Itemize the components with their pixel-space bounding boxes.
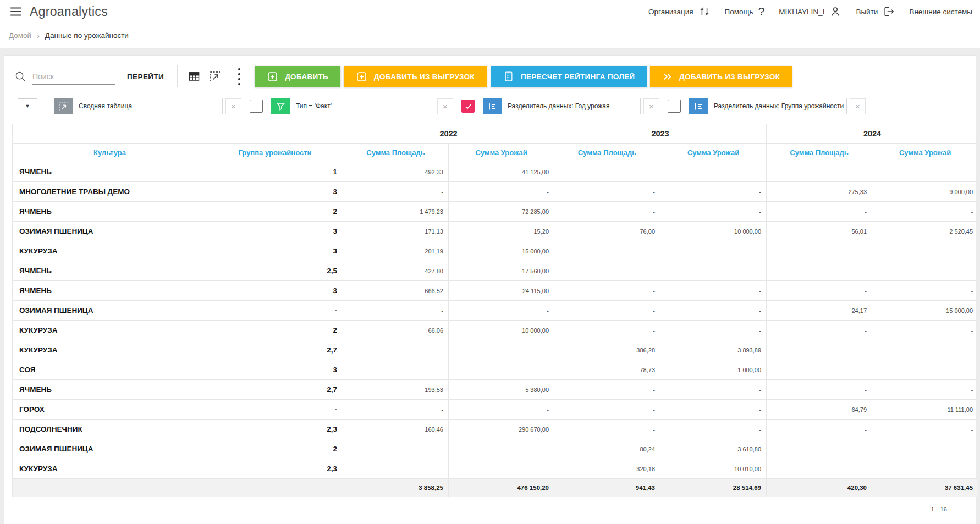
culture-cell: КУКУРУЗА — [13, 241, 207, 261]
plus-square-icon — [267, 71, 278, 82]
value-cell: - — [872, 420, 978, 439]
more-options-kebab-icon[interactable] — [238, 68, 240, 85]
table-row[interactable]: КУКУРУЗА3201,1915 000,00---- — [13, 241, 978, 261]
go-button[interactable]: ПЕРЕЙТИ — [127, 73, 164, 81]
value-cell: - — [660, 301, 767, 321]
column-header-harvest-2023[interactable]: Сумма Урожай — [660, 144, 767, 162]
value-cell: - — [767, 281, 872, 301]
chip-separator-year-value[interactable]: Разделитель данных: Год урожая — [502, 98, 641, 114]
value-cell: - — [554, 182, 660, 202]
value-cell: 24,17 — [767, 301, 872, 321]
table-row[interactable]: ЯЧМЕНЬ2,5427,8017 560,00---- — [13, 261, 978, 281]
value-cell: - — [872, 281, 978, 301]
table-row[interactable]: КУКУРУЗА266,0610 000,00---- — [13, 321, 978, 340]
recalc-field-rating-button[interactable]: ПЕРЕСЧЕТ РЕЙТИНГА ПОЛЕЙ — [491, 66, 647, 87]
table-row[interactable]: ОЗИМАЯ ПШЕНИЦА3171,1315,2076,0010 000,00… — [13, 222, 978, 241]
breadcrumb-current: Данные по урожайности — [45, 31, 129, 40]
filter-checkbox-1[interactable] — [250, 100, 263, 113]
organization-menu[interactable]: Организация — [648, 5, 710, 18]
filter-checkbox-2[interactable] — [461, 100, 475, 113]
search-input[interactable] — [32, 68, 115, 85]
value-cell: 78,73 — [554, 360, 660, 380]
totals-empty-cell — [13, 479, 207, 497]
value-cell: 15 000,00 — [449, 241, 554, 261]
value-cell: 3 610,80 — [660, 439, 767, 459]
value-cell: - — [872, 459, 978, 479]
add-from-uploads-button[interactable]: ДОБАВИТЬ ИЗ ВЫГРУЗОК — [344, 66, 487, 87]
table-row[interactable]: ОЗИМАЯ ПШЕНИЦА2--80,243 610,80-- — [13, 439, 978, 459]
table-row[interactable]: ГОРОХ-----64,7911 111,00 — [13, 400, 978, 420]
filter-dropdown-button[interactable]: ▼ — [18, 98, 37, 114]
value-cell: - — [872, 241, 978, 261]
value-cell: - — [660, 202, 767, 222]
total-value-cell: 476 150,20 — [449, 479, 554, 497]
year-header-2024: 2024 — [767, 124, 978, 144]
culture-cell: ЯЧМЕНЬ — [13, 380, 207, 400]
value-cell: - — [449, 400, 554, 420]
table-row[interactable]: СОЯ3--78,731 000,00-- — [13, 360, 978, 380]
chip-close-icon[interactable]: × — [850, 98, 866, 114]
value-cell: 10 010,00 — [660, 459, 767, 479]
add-from-uploads-button-2[interactable]: ДОБАВИТЬ ИЗ ВЫГРУЗОК — [650, 66, 792, 87]
filter-checkbox-3[interactable] — [668, 100, 681, 113]
culture-cell: ПОДСОЛНЕЧНИК — [13, 420, 207, 439]
value-cell: 290 670,00 — [449, 420, 554, 439]
chip-close-icon[interactable]: × — [437, 98, 453, 114]
column-header-area-2022[interactable]: Сумма Площадь — [343, 144, 449, 162]
chip-close-icon[interactable]: × — [225, 98, 241, 114]
pivot-table: 2022 2023 2024 Культура Группа урожайнос… — [12, 124, 978, 497]
value-cell: 1 479,23 — [343, 202, 449, 222]
hamburger-menu-icon[interactable] — [9, 4, 23, 19]
yield-group-cell: 2 — [207, 202, 343, 222]
chip-pivot-table-value[interactable]: Сводная таблица — [73, 98, 223, 114]
column-header-harvest-2024[interactable]: Сумма Урожай — [872, 144, 978, 162]
value-cell: - — [554, 281, 660, 301]
column-header-harvest-2022[interactable]: Сумма Урожай — [449, 144, 554, 162]
chip-close-icon[interactable]: × — [643, 98, 659, 114]
logout-icon — [883, 5, 895, 18]
logout-button[interactable]: Выйти — [856, 5, 895, 18]
add-button[interactable]: ДОБАВИТЬ — [255, 66, 340, 87]
column-header-area-2024[interactable]: Сумма Площадь — [767, 144, 872, 162]
value-cell: 56,01 — [767, 222, 872, 241]
swap-arrows-icon — [698, 5, 711, 18]
breadcrumb-home[interactable]: Домой — [9, 31, 31, 40]
column-header-culture[interactable]: Культура — [13, 144, 207, 162]
value-cell: 41 125,00 — [449, 162, 554, 182]
table-row[interactable]: МНОГОЛЕТНИЕ ТРАВЫ ДЕМО3----275,339 000,0… — [13, 182, 978, 202]
username-label: MIKHAYLIN_I — [779, 8, 824, 16]
table-row[interactable]: КУКУРУЗА2,3--320,1810 010,00-- — [13, 459, 978, 479]
table-row[interactable]: ОЗИМАЯ ПШЕНИЦА-----24,1715 000,00 — [13, 301, 978, 321]
help-label: Помощь — [725, 8, 753, 16]
grid-view-icon[interactable] — [188, 70, 201, 83]
chip-type-filter-value[interactable]: Тип = 'Факт' — [290, 98, 434, 114]
value-cell: - — [449, 459, 554, 479]
column-header-area-2023[interactable]: Сумма Площадь — [554, 144, 660, 162]
value-cell: - — [343, 301, 449, 321]
table-row[interactable]: ЯЧМЕНЬ3666,5224 115,00---- — [13, 281, 978, 301]
table-row[interactable]: ЯЧМЕНЬ21 479,2372 285,00---- — [13, 202, 978, 222]
column-header-yield-group[interactable]: Группа урожайности — [207, 144, 343, 162]
culture-cell: ЯЧМЕНЬ — [13, 202, 207, 222]
value-cell: 320,18 — [554, 459, 660, 479]
value-cell: - — [660, 321, 767, 340]
table-row[interactable]: ПОДСОЛНЕЧНИК2,3160,46290 670,00---- — [13, 420, 978, 439]
app-title: Agroanalytics — [30, 4, 108, 19]
value-cell: - — [767, 340, 872, 360]
external-systems-link[interactable]: Внешние системы — [909, 8, 972, 16]
pivot-table-icon[interactable] — [208, 70, 222, 83]
value-cell: - — [872, 360, 978, 380]
yield-group-cell: 3 — [207, 182, 343, 202]
help-menu[interactable]: Помощь ? — [725, 5, 765, 18]
table-row[interactable]: ЯЧМЕНЬ2,7193,535 380,00---- — [13, 380, 978, 400]
total-value-cell: 420,30 — [767, 479, 872, 497]
chip-separator-yield-group-value[interactable]: Разделитель данных: Группа урожайности — [708, 98, 847, 114]
toolbar: ПЕРЕЙТИ ДОБАВИТЬ ДОБАВИТЬ ИЗ ВЫГРУЗОК ПЕ… — [4, 62, 976, 91]
table-row[interactable]: ЯЧМЕНЬ1492,3341 125,00---- — [13, 162, 978, 182]
breadcrumb-chevron-icon: › — [37, 31, 40, 40]
user-menu[interactable]: MIKHAYLIN_I — [779, 5, 841, 18]
column-header-row: Культура Группа урожайности Сумма Площад… — [13, 144, 978, 162]
table-row[interactable]: КУКУРУЗА2,7--386,283 893,89-- — [13, 340, 978, 360]
chip-pivot-table: Сводная таблица × — [54, 98, 241, 114]
value-cell: - — [872, 380, 978, 400]
